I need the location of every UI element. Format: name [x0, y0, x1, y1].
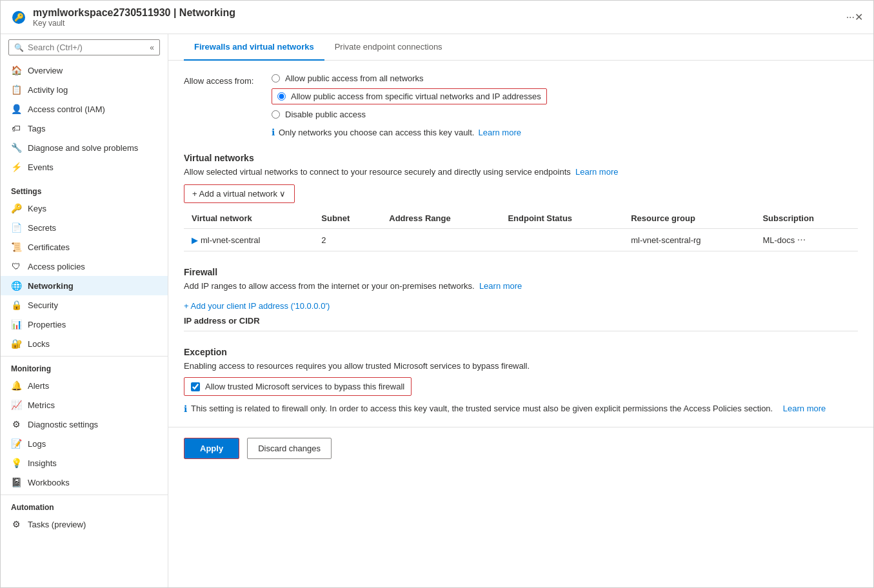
tab-firewalls[interactable]: Firewalls and virtual networks — [184, 34, 324, 61]
access-row: Allow access from: Allow public access f… — [184, 74, 858, 119]
access-section: Allow access from: Allow public access f… — [184, 74, 858, 137]
add-client-ip-button[interactable]: + Add your client IP address ('10.0.0.0'… — [184, 299, 858, 313]
search-input[interactable] — [28, 43, 150, 52]
sidebar-item-metrics[interactable]: 📈Metrics — [1, 395, 168, 415]
sidebar: 🔍 « 🏠Overview📋Activity log👤Access contro… — [1, 34, 168, 587]
vnet-table-body: ▶ml-vnet-scentral2ml-vnet-scentral-rgML-… — [184, 229, 858, 251]
content-body: Allow access from: Allow public access f… — [168, 61, 873, 427]
close-icon[interactable]: ✕ — [855, 11, 863, 23]
bypass-firewall-checkbox-row: Allow trusted Microsoft services to bypa… — [184, 377, 412, 396]
firewall-section-desc: Add IP ranges to allow access from the i… — [184, 281, 858, 291]
exception-desc: Enabling access to resources requires yo… — [184, 361, 858, 371]
exception-info-row: ℹ This setting is related to firewall on… — [184, 404, 858, 414]
row-expand-icon[interactable]: ▶ — [192, 235, 198, 245]
section-header-automation: Automation — [1, 495, 168, 514]
sidebar-item-logs[interactable]: 📝Logs — [1, 434, 168, 453]
sidebar-item-properties[interactable]: 📊Properties — [1, 315, 168, 334]
exception-title: Exception — [184, 347, 858, 357]
nav-icon-activity-log: 📋 — [11, 84, 21, 95]
sections-nav: Settings🔑Keys📄Secrets📜Certificates🛡Acces… — [1, 177, 168, 534]
apply-button[interactable]: Apply — [184, 438, 239, 459]
sidebar-item-tags[interactable]: 🏷Tags — [1, 119, 168, 138]
sidebar-item-diagnose[interactable]: 🔧Diagnose and solve problems — [1, 138, 168, 157]
tab-private-endpoints[interactable]: Private endpoint connections — [324, 34, 453, 61]
nav-icon-security: 🔒 — [11, 300, 21, 310]
title-bar-ellipsis-icon[interactable]: ··· — [846, 12, 855, 23]
tabs-bar: Firewalls and virtual networksPrivate en… — [168, 34, 873, 61]
nav-icon-properties: 📊 — [11, 319, 21, 329]
radio-disable[interactable] — [272, 110, 280, 119]
nav-icon-diagnose: 🔧 — [11, 142, 21, 153]
radio-specific-networks[interactable] — [277, 92, 286, 101]
sidebar-item-activity-log[interactable]: 📋Activity log — [1, 80, 168, 99]
radio-option-specific-networks[interactable]: Allow public access from specific virtua… — [272, 88, 547, 104]
access-learn-more-link[interactable]: Learn more — [478, 128, 521, 137]
firewall-section-title: Firewall — [184, 267, 858, 277]
vnet-cell-3 — [500, 229, 623, 251]
discard-changes-button[interactable]: Discard changes — [247, 438, 332, 459]
exception-info-icon: ℹ — [184, 404, 187, 414]
nav-icon-events: ⚡ — [11, 162, 21, 172]
vnet-col-address-range: Address Range — [381, 208, 500, 229]
radio-group: Allow public access from all networksAll… — [272, 74, 547, 119]
vnet-cell-0: ▶ml-vnet-scentral — [184, 229, 313, 251]
radio-option-disable[interactable]: Disable public access — [272, 110, 547, 119]
nav-icon-diagnostic-settings: ⚙ — [11, 419, 21, 429]
vnet-cell-2 — [381, 229, 500, 251]
page-subtitle: Key vault — [33, 19, 841, 28]
virtual-networks-section: Virtual networks Allow selected virtual … — [184, 153, 858, 251]
exception-learn-more-link[interactable]: Learn more — [783, 404, 826, 413]
top-nav: 🏠Overview📋Activity log👤Access control (I… — [1, 61, 168, 177]
firewall-learn-more-link[interactable]: Learn more — [479, 281, 522, 291]
row-more-icon[interactable]: ··· — [797, 234, 806, 245]
nav-icon-tasks: ⚙ — [11, 519, 21, 529]
sidebar-item-keys[interactable]: 🔑Keys — [1, 199, 168, 218]
add-virtual-network-button[interactable]: + Add a virtual network ∨ — [184, 184, 295, 203]
sidebar-item-secrets[interactable]: 📄Secrets — [1, 218, 168, 237]
radio-all-networks[interactable] — [272, 74, 280, 83]
nav-icon-secrets: 📄 — [11, 222, 21, 233]
footer-buttons: Apply Discard changes — [168, 427, 873, 469]
sidebar-item-insights[interactable]: 💡Insights — [1, 453, 168, 473]
vnet-col-endpoint-status: Endpoint Status — [500, 208, 623, 229]
vnet-section-desc: Allow selected virtual networks to conne… — [184, 167, 858, 177]
bypass-firewall-checkbox[interactable] — [191, 382, 200, 391]
sidebar-item-overview[interactable]: 🏠Overview — [1, 61, 168, 80]
nav-icon-alerts: 🔔 — [11, 380, 21, 391]
sidebar-item-events[interactable]: ⚡Events — [1, 157, 168, 177]
vnet-col-resource-group: Resource group — [623, 208, 755, 229]
nav-icon-metrics: 📈 — [11, 400, 21, 410]
sidebar-item-locks[interactable]: 🔐Locks — [1, 334, 168, 353]
search-box[interactable]: 🔍 « — [8, 39, 160, 55]
vnet-table-row: ▶ml-vnet-scentral2ml-vnet-scentral-rgML-… — [184, 229, 858, 251]
title-bar-text: mymlworkspace2730511930 | Networking Key… — [33, 7, 841, 28]
sidebar-item-tasks[interactable]: ⚙Tasks (preview) — [1, 514, 168, 534]
sidebar-item-workbooks[interactable]: 📓Workbooks — [1, 473, 168, 492]
radio-label-all-networks: Allow public access from all networks — [285, 74, 424, 83]
vnet-col-subnet: Subnet — [313, 208, 381, 229]
radio-label-specific-networks: Allow public access from specific virtua… — [291, 92, 541, 101]
sidebar-item-security[interactable]: 🔒Security — [1, 295, 168, 315]
radio-option-all-networks[interactable]: Allow public access from all networks — [272, 74, 547, 83]
collapse-icon[interactable]: « — [150, 43, 154, 52]
nav-icon-tags: 🏷 — [11, 123, 21, 133]
sidebar-item-networking[interactable]: 🌐Networking — [1, 276, 168, 295]
info-row: ℹ Only networks you choose can access th… — [261, 127, 858, 137]
sidebar-item-access-control[interactable]: 👤Access control (IAM) — [1, 99, 168, 119]
vnet-learn-more-link[interactable]: Learn more — [575, 167, 618, 177]
sidebar-item-diagnostic-settings[interactable]: ⚙Diagnostic settings — [1, 415, 168, 434]
firewall-section: Firewall Add IP ranges to allow access f… — [184, 267, 858, 331]
section-header-settings: Settings — [1, 179, 168, 199]
ip-field-label: IP address or CIDR — [184, 313, 858, 331]
page-title: mymlworkspace2730511930 | Networking — [33, 7, 841, 19]
vnet-col-virtual-network: Virtual network — [184, 208, 313, 229]
sidebar-item-certificates[interactable]: 📜Certificates — [1, 237, 168, 257]
svg-text:🔑: 🔑 — [14, 12, 24, 22]
main-content: Firewalls and virtual networksPrivate en… — [168, 34, 873, 587]
sidebar-item-access-policies[interactable]: 🛡Access policies — [1, 257, 168, 276]
sidebar-item-alerts[interactable]: 🔔Alerts — [1, 376, 168, 395]
nav-icon-logs: 📝 — [11, 438, 21, 449]
title-bar: 🔑 mymlworkspace2730511930 | Networking K… — [1, 1, 873, 34]
exception-info-text: This setting is related to firewall only… — [191, 404, 773, 413]
nav-icon-overview: 🏠 — [11, 65, 21, 75]
